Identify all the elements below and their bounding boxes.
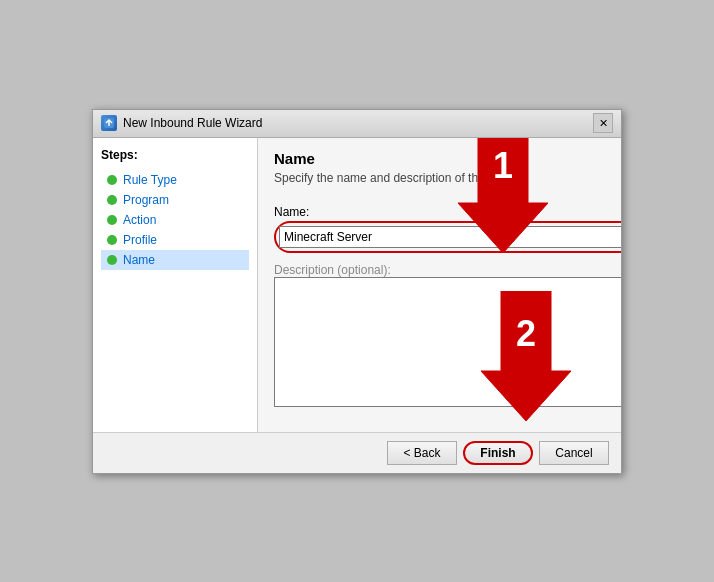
dialog-footer: < Back Finish Cancel bbox=[93, 432, 621, 473]
sidebar-label-profile: Profile bbox=[123, 233, 157, 247]
dot-action bbox=[107, 215, 117, 225]
title-bar: New Inbound Rule Wizard ✕ bbox=[93, 110, 621, 138]
finish-button[interactable]: Finish bbox=[463, 441, 533, 465]
dot-rule-type bbox=[107, 175, 117, 185]
cancel-button[interactable]: Cancel bbox=[539, 441, 609, 465]
sidebar-item-profile[interactable]: Profile bbox=[101, 230, 249, 250]
sidebar: Steps: Rule Type Program Action Profile … bbox=[93, 138, 258, 432]
name-field-group: Name: bbox=[274, 205, 605, 253]
name-input[interactable] bbox=[279, 226, 621, 248]
sidebar-label-program: Program bbox=[123, 193, 169, 207]
steps-label: Steps: bbox=[101, 148, 249, 162]
sidebar-item-program[interactable]: Program bbox=[101, 190, 249, 210]
sidebar-item-name[interactable]: Name bbox=[101, 250, 249, 270]
sidebar-label-rule-type: Rule Type bbox=[123, 173, 177, 187]
dot-program bbox=[107, 195, 117, 205]
sidebar-label-name: Name bbox=[123, 253, 155, 267]
sidebar-label-action: Action bbox=[123, 213, 156, 227]
sidebar-item-rule-type[interactable]: Rule Type bbox=[101, 170, 249, 190]
name-label: Name: bbox=[274, 205, 605, 219]
sidebar-item-action[interactable]: Action bbox=[101, 210, 249, 230]
description-field-group: Description (optional): bbox=[274, 263, 605, 410]
content-area: Name Specify the name and description of… bbox=[258, 138, 621, 432]
dot-profile bbox=[107, 235, 117, 245]
content-subtitle: Specify the name and description of this… bbox=[274, 171, 605, 185]
dialog-body: Steps: Rule Type Program Action Profile … bbox=[93, 138, 621, 432]
description-textarea[interactable] bbox=[274, 277, 621, 407]
content-title: Name bbox=[274, 150, 605, 167]
close-button[interactable]: ✕ bbox=[593, 113, 613, 133]
back-button[interactable]: < Back bbox=[387, 441, 457, 465]
name-input-highlight bbox=[274, 221, 621, 253]
window-icon bbox=[101, 115, 117, 131]
window-title: New Inbound Rule Wizard bbox=[123, 116, 593, 130]
dot-name bbox=[107, 255, 117, 265]
description-label: Description (optional): bbox=[274, 263, 391, 277]
dialog-window: New Inbound Rule Wizard ✕ Steps: Rule Ty… bbox=[92, 109, 622, 474]
